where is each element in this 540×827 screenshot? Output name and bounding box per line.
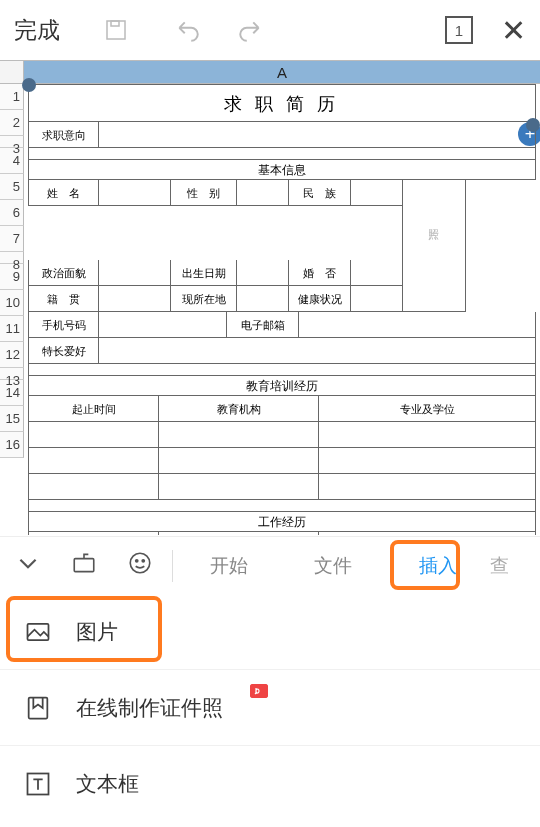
- bottom-tab-bar: 开始 文件 插入 查: [0, 536, 540, 594]
- svg-point-3: [130, 553, 150, 573]
- selection-dot[interactable]: [22, 78, 36, 92]
- menu-item-textbox[interactable]: 文本框: [0, 746, 540, 822]
- email-label: 电子邮箱: [226, 312, 298, 338]
- resume-title: 求 职 简 历: [28, 84, 536, 122]
- menu-label-textbox: 文本框: [76, 770, 139, 798]
- row-header[interactable]: 3: [0, 136, 24, 148]
- row-header[interactable]: 6: [0, 200, 24, 226]
- row-header[interactable]: 15: [0, 406, 24, 432]
- done-button[interactable]: 完成: [14, 15, 60, 46]
- tab-count: 1: [455, 22, 463, 39]
- redo-icon[interactable]: [234, 14, 266, 46]
- row-header[interactable]: 5: [0, 174, 24, 200]
- section-work: 工作经历: [28, 512, 536, 532]
- selection-dot[interactable]: [526, 118, 540, 132]
- edu-time-label: 起止时间: [28, 396, 158, 422]
- work-time-label: 起止时间: [28, 532, 158, 535]
- edu-org-label: 教育机构: [158, 396, 318, 422]
- row-headers: 12345678910111213141516: [0, 84, 24, 535]
- spreadsheet-area: + A 12345678910111213141516 求 职 简 历 求职意向…: [0, 60, 540, 535]
- idphoto-icon: [24, 694, 52, 722]
- row-header[interactable]: 10: [0, 290, 24, 316]
- row-header[interactable]: 13: [0, 368, 24, 380]
- addr-label: 现所在地: [170, 286, 236, 312]
- row-header[interactable]: 12: [0, 342, 24, 368]
- image-icon: [24, 618, 52, 646]
- svg-rect-0: [107, 21, 125, 39]
- svg-rect-7: [29, 697, 48, 718]
- nation-label: 民 族: [288, 180, 350, 206]
- gender-label: 性 别: [170, 180, 236, 206]
- corner-cell[interactable]: [0, 61, 24, 83]
- menu-item-idphoto[interactable]: 在线制作证件照: [0, 670, 540, 746]
- menu-label-image: 图片: [76, 618, 118, 646]
- marry-label: 婚 否: [288, 260, 350, 286]
- column-header: A: [0, 60, 540, 84]
- row-header[interactable]: 11: [0, 316, 24, 342]
- divider: [172, 550, 173, 582]
- row-header[interactable]: 1: [0, 84, 24, 110]
- origin-label: 籍 贯: [28, 286, 98, 312]
- name-label: 姓 名: [28, 180, 98, 206]
- tab-count-box[interactable]: 1: [445, 16, 473, 44]
- assistant-icon[interactable]: [112, 550, 168, 582]
- work-co-label: 公司名称及职位: [158, 532, 318, 535]
- section-edu: 教育培训经历: [28, 376, 536, 396]
- polit-label: 政治面貌: [28, 260, 98, 286]
- photo-placeholder: 照片: [402, 180, 466, 260]
- keyboard-icon[interactable]: [56, 550, 112, 582]
- undo-icon[interactable]: [172, 14, 204, 46]
- menu-label-idphoto: 在线制作证件照: [76, 694, 223, 722]
- tab-file[interactable]: 文件: [281, 553, 385, 579]
- resume-document: 求 职 简 历 求职意向 基本信息 姓 名 性 别 民 族 照片 政治面貌 出生…: [28, 84, 536, 535]
- row-header[interactable]: 9: [0, 264, 24, 290]
- column-header-a[interactable]: A: [24, 61, 540, 83]
- row-header[interactable]: 4: [0, 148, 24, 174]
- new-badge-icon: [250, 684, 268, 698]
- hobby-label: 特长爱好: [28, 338, 98, 364]
- tab-insert[interactable]: 插入: [386, 553, 490, 579]
- intent-value: [98, 122, 536, 148]
- top-toolbar: 完成 1 ✕: [0, 0, 540, 60]
- svg-rect-2: [74, 558, 94, 571]
- intent-label: 求职意向: [28, 122, 98, 148]
- save-icon[interactable]: [100, 14, 132, 46]
- textbox-icon: [24, 770, 52, 798]
- phone-label: 手机号码: [28, 312, 98, 338]
- collapse-icon[interactable]: [0, 550, 56, 582]
- birth-label: 出生日期: [170, 260, 236, 286]
- tab-start[interactable]: 开始: [177, 553, 281, 579]
- row-header[interactable]: 14: [0, 380, 24, 406]
- row-header[interactable]: 16: [0, 432, 24, 458]
- menu-item-image[interactable]: 图片: [0, 594, 540, 670]
- row-header[interactable]: 2: [0, 110, 24, 136]
- row-header[interactable]: 8: [0, 252, 24, 264]
- work-content-label: 工作内容: [318, 532, 536, 535]
- svg-point-5: [142, 559, 144, 561]
- section-basic: 基本信息: [28, 160, 536, 180]
- insert-menu-panel: 图片 在线制作证件照 文本框: [0, 594, 540, 827]
- edu-major-label: 专业及学位: [318, 396, 536, 422]
- row-header[interactable]: 7: [0, 226, 24, 252]
- svg-rect-1: [111, 21, 119, 26]
- health-label: 健康状况: [288, 286, 350, 312]
- svg-point-4: [136, 559, 138, 561]
- close-icon[interactable]: ✕: [501, 13, 526, 48]
- tab-view[interactable]: 查: [490, 553, 540, 579]
